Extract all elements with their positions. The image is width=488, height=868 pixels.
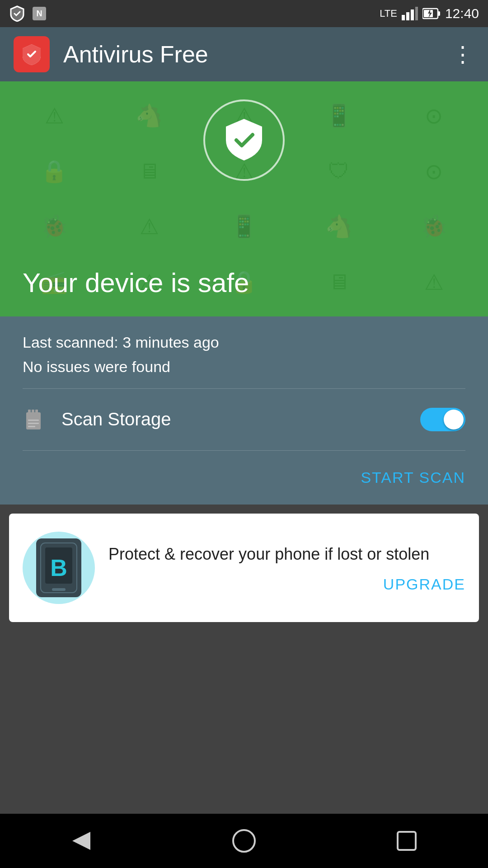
upgrade-button[interactable]: UPGRADE bbox=[108, 576, 465, 593]
svg-rect-9 bbox=[32, 410, 34, 416]
svg-rect-0 bbox=[402, 15, 405, 20]
battery-icon bbox=[422, 7, 441, 20]
svg-rect-8 bbox=[28, 410, 31, 416]
hero-shield-container bbox=[203, 99, 285, 181]
app-bar-left: Antivirus Free bbox=[14, 36, 208, 72]
svg-rect-11 bbox=[28, 420, 39, 421]
svg-point-18 bbox=[233, 830, 255, 852]
promo-b-letter: B bbox=[50, 554, 67, 581]
no-issues-text: No issues were found bbox=[23, 354, 465, 379]
app-title: Antivirus Free bbox=[63, 41, 208, 68]
svg-rect-16 bbox=[52, 588, 66, 591]
promo-main-text: Protect & recover your phone if lost or … bbox=[108, 542, 465, 566]
bottom-nav-bar bbox=[0, 814, 488, 868]
info-section: Last scanned: 3 minutes ago No issues we… bbox=[0, 316, 488, 505]
time-display: 12:40 bbox=[445, 6, 479, 21]
hero-banner: ⚠ 🐴 ⚠ 📱 ⊙ 🔒 🖥 ⚠ 🛡 ⊙ 🐞 ⚠ 📱 🐴 🐞 📻 ⚠ 🔒 🖥 ⚠ … bbox=[0, 81, 488, 316]
divider-1 bbox=[23, 388, 465, 389]
svg-rect-12 bbox=[28, 423, 39, 424]
svg-rect-10 bbox=[35, 410, 38, 416]
svg-marker-17 bbox=[72, 832, 90, 850]
svg-rect-5 bbox=[438, 11, 440, 16]
sd-card-icon bbox=[23, 407, 48, 432]
promo-card: B Protect & recover your phone if lost o… bbox=[9, 514, 479, 622]
status-right-info: LTE 12:40 bbox=[380, 6, 479, 21]
lte-indicator: LTE bbox=[380, 8, 397, 19]
home-button[interactable] bbox=[226, 823, 262, 859]
start-scan-row: START SCAN bbox=[23, 460, 465, 491]
svg-rect-19 bbox=[398, 832, 416, 850]
n-status-icon: N bbox=[33, 7, 46, 20]
scan-storage-row: Scan Storage bbox=[23, 398, 465, 441]
shield-check-icon bbox=[219, 115, 269, 165]
overflow-menu-button[interactable]: ⋮ bbox=[452, 42, 474, 67]
hero-safe-text: Your device is safe bbox=[23, 267, 465, 298]
status-bar: N LTE 12:40 bbox=[0, 0, 488, 27]
app-bar: Antivirus Free ⋮ bbox=[0, 27, 488, 81]
last-scanned-text: Last scanned: 3 minutes ago bbox=[23, 330, 465, 354]
svg-rect-13 bbox=[28, 426, 35, 427]
app-icon bbox=[14, 36, 50, 72]
status-left-icons: N bbox=[9, 5, 46, 22]
start-scan-button[interactable]: START SCAN bbox=[361, 469, 465, 486]
svg-rect-1 bbox=[406, 12, 409, 20]
scan-storage-label: Scan Storage bbox=[61, 409, 171, 429]
svg-rect-2 bbox=[411, 9, 414, 20]
svg-rect-3 bbox=[415, 7, 418, 20]
shield-status-icon bbox=[9, 5, 25, 22]
signal-icon bbox=[402, 7, 418, 20]
promo-phone-icon: B bbox=[36, 538, 81, 597]
back-button[interactable] bbox=[63, 823, 99, 859]
promo-icon-circle: B bbox=[23, 532, 95, 604]
divider-2 bbox=[23, 450, 465, 451]
promo-text-section: Protect & recover your phone if lost or … bbox=[108, 542, 465, 593]
scan-storage-toggle[interactable] bbox=[420, 408, 465, 431]
recent-apps-button[interactable] bbox=[389, 823, 425, 859]
scan-storage-left: Scan Storage bbox=[23, 407, 171, 432]
